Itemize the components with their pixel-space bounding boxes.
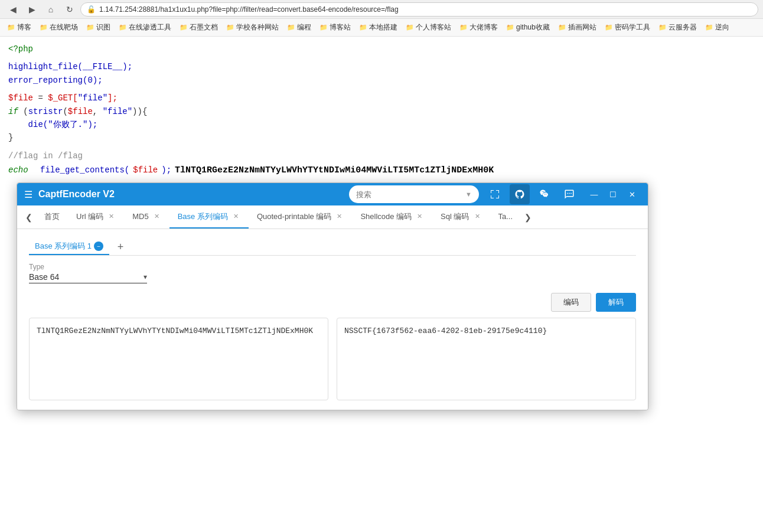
tab-quoted-label: Quoted-printable 编码 <box>257 211 331 222</box>
browser-titlebar: ◀ ▶ ⌂ ↻ 🔓 1.14.71.254:28881/ha1x1ux1u.ph… <box>0 0 763 19</box>
action-buttons: 编码 解码 <box>29 293 636 312</box>
search-dropdown-icon[interactable]: ▼ <box>465 191 472 198</box>
bookmark-item[interactable]: 📁 识图 <box>83 21 114 34</box>
close-button[interactable]: ✕ <box>623 185 641 203</box>
code-echo: echo <box>8 164 28 177</box>
code-diesemi: ); <box>87 120 97 129</box>
add-sub-tab-button[interactable]: + <box>113 239 128 254</box>
tab-scroll-right[interactable]: ❯ <box>521 205 535 229</box>
wechat-icon-btn[interactable] <box>534 184 555 204</box>
bookmark-item[interactable]: 📁 云服务器 <box>655 21 700 34</box>
bookmark-item[interactable]: 📁 在线靶场 <box>36 21 81 34</box>
decode-button[interactable]: 解码 <box>596 293 636 312</box>
github-icon-btn[interactable] <box>510 184 530 204</box>
home-button[interactable]: ⌂ <box>43 1 59 18</box>
svg-rect-3 <box>498 190 499 193</box>
php-open-tag: <?php <box>8 44 33 54</box>
bookmark-item[interactable]: 📁 密码学工具 <box>601 21 654 34</box>
tab-url-label: Url 编码 <box>76 211 103 222</box>
tab-base[interactable]: Base 系列编码 ✕ <box>169 205 249 229</box>
code-brace: } <box>8 133 13 142</box>
folder-icon: 📁 <box>7 24 15 31</box>
sub-tab-close-icon[interactable]: − <box>94 241 103 251</box>
folder-icon: 📁 <box>319 24 328 31</box>
bookmark-item[interactable]: 📁 github收藏 <box>503 21 553 34</box>
bookmark-item[interactable]: 📁 编程 <box>283 21 315 34</box>
code-string: "file" <box>78 93 107 103</box>
code-filevar2: $file <box>133 164 158 177</box>
bookmark-item[interactable]: 📁 本地搭建 <box>356 21 401 34</box>
app-title-icons <box>485 184 579 204</box>
tab-shellcode-close[interactable]: ✕ <box>415 212 424 221</box>
bookmark-item[interactable]: 📁 博客 <box>4 21 35 34</box>
input-panel[interactable]: TlNTQ1RGezE2NzNmNTYyLWVhYTYtNDIwMi04MWVi… <box>29 318 328 400</box>
tab-md5[interactable]: MD5 ✕ <box>124 205 169 229</box>
folder-icon: 📁 <box>605 24 613 31</box>
tab-base-close[interactable]: ✕ <box>231 212 240 221</box>
code-diestr: "你败了." <box>48 120 87 129</box>
tab-sql-close[interactable]: ✕ <box>473 212 482 221</box>
folder-icon: 📁 <box>506 24 514 31</box>
bookmark-item[interactable]: 📁 学校各种网站 <box>223 21 282 34</box>
minimize-button[interactable]: — <box>585 185 603 203</box>
code-val: $_GET[ <box>48 93 77 103</box>
app-body: Base 系列编码 1 − + Type Base 64 ▾ 编码 解码 TlN… <box>17 229 648 410</box>
search-bar: ▼ <box>349 185 479 203</box>
folder-icon: 📁 <box>558 24 566 31</box>
code-op: = <box>38 93 48 103</box>
bookmark-item[interactable]: 📁 插画网站 <box>555 21 600 34</box>
code-output: TlNTQ1RGezE2NzNmNTYyLWVhYTYtNDIwMi04MWVi… <box>175 164 494 178</box>
tab-more[interactable]: Ta... <box>490 205 521 229</box>
type-select[interactable]: Base 64 ▾ <box>29 272 147 283</box>
bookmark-item[interactable]: 📁 大佬博客 <box>456 21 501 34</box>
tab-md5-close[interactable]: ✕ <box>152 212 161 221</box>
bookmark-item[interactable]: 📁 在线渗透工具 <box>115 21 175 34</box>
chat-icon-btn[interactable] <box>559 184 579 204</box>
code-space2 <box>32 164 37 177</box>
divider <box>29 255 636 256</box>
bookmark-label: 云服务器 <box>669 22 697 32</box>
refresh-button[interactable]: ↻ <box>61 1 78 18</box>
tab-quoted[interactable]: Quoted-printable 编码 ✕ <box>249 205 352 229</box>
window-controls: — ☐ ✕ <box>585 185 641 203</box>
address-bar[interactable]: 🔓 1.14.71.254:28881/ha1x1ux1u.php?file=p… <box>80 2 758 17</box>
tab-more-label: Ta... <box>498 212 513 221</box>
bookmark-item[interactable]: 📁 博客站 <box>316 21 354 34</box>
app-title: CaptfEncoder V2 <box>38 189 115 200</box>
maximize-button[interactable]: ☐ <box>604 185 622 203</box>
back-button[interactable]: ◀ <box>5 1 21 18</box>
bookmark-label: 个人博客站 <box>416 22 451 32</box>
output-panel: NSSCTF{1673f562-eaa6-4202-81eb-29175e9c4… <box>337 318 636 400</box>
bookmark-label: 石墨文档 <box>190 22 218 32</box>
app-window: ☰ CaptfEncoder V2 ▼ <box>17 182 648 410</box>
tab-home[interactable]: 首页 <box>36 205 68 229</box>
forward-button[interactable]: ▶ <box>24 1 40 18</box>
search-input[interactable] <box>356 190 462 199</box>
bookmark-item[interactable]: 📁 逆向 <box>702 21 733 34</box>
bookmark-label: 插画网站 <box>568 22 596 32</box>
sub-tab-base1[interactable]: Base 系列编码 1 − <box>29 239 109 255</box>
folder-icon: 📁 <box>459 24 468 31</box>
bookmark-label: 大佬博客 <box>469 22 498 32</box>
bookmark-item[interactable]: 📁 个人博客站 <box>402 21 455 34</box>
text-panels: TlNTQ1RGezE2NzNmNTYyLWVhYTYtNDIwMi04MWVi… <box>29 318 636 400</box>
code-paren: ( <box>63 107 67 116</box>
security-icon: 🔓 <box>87 5 96 14</box>
encode-button[interactable]: 编码 <box>551 293 591 312</box>
bookmark-label: 博客站 <box>330 22 351 32</box>
tab-quoted-close[interactable]: ✕ <box>335 212 344 221</box>
tab-shellcode[interactable]: Shellcode 编码 ✕ <box>352 205 432 229</box>
bookmark-item[interactable]: 📁 石墨文档 <box>176 21 221 34</box>
code-space: ( <box>23 107 28 116</box>
bookmark-label: 在线靶场 <box>50 22 78 32</box>
code-line1: highlight_file(__FILE__); <box>8 62 132 71</box>
hamburger-icon[interactable]: ☰ <box>24 189 32 200</box>
fullscreen-icon-btn[interactable] <box>485 184 505 204</box>
tab-scroll-left[interactable]: ❮ <box>22 205 36 229</box>
code-filestr: "file" <box>103 107 132 116</box>
tab-base-label: Base 系列编码 <box>178 211 228 222</box>
tab-url-close[interactable]: ✕ <box>107 212 116 221</box>
tab-url-encode[interactable]: Url 编码 ✕ <box>68 205 124 229</box>
tab-md5-label: MD5 <box>132 212 148 221</box>
tab-sql[interactable]: Sql 编码 ✕ <box>432 205 490 229</box>
